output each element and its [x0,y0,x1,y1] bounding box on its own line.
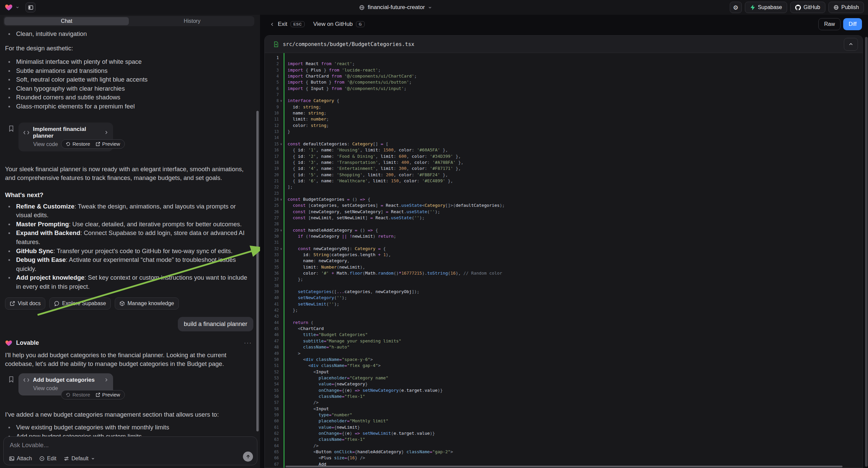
fold-gutter [279,387,283,393]
fold-gutter [279,92,283,98]
restore-icon [66,142,70,146]
mode-selector[interactable]: Default [64,456,95,462]
fold-gutter [279,178,283,184]
scrolled-bullet-list: Clean, intuitive navigation [5,30,253,39]
fold-gutter [279,147,283,153]
explore-supabase-button[interactable]: Explore Supabase [49,297,111,310]
code-line: 64 /> [265,443,863,449]
package-icon [119,301,125,306]
fold-gutter [279,153,283,159]
chat-history-tabs: Chat History [3,16,254,26]
code-line: 59 type="number" [265,412,863,418]
line-number: 31 [265,239,279,245]
chat-input[interactable] [10,441,224,450]
preview-button[interactable]: Preview [96,141,120,147]
fold-gutter [279,313,283,319]
raw-toggle-button[interactable]: Raw [818,18,840,30]
line-number: 17 [265,153,279,159]
code-line: 66 <Plus size={16} /> [265,455,863,461]
code-panel: Exit ESC View on GitHub G Raw Diff src/c… [260,15,868,468]
line-number: 24 [265,196,279,202]
preview-button[interactable]: Preview [96,392,120,398]
code-line: 29∨ const handleAddCategory = () => { [265,227,863,233]
code-line: 22]; [265,184,863,190]
attach-image-icon [9,456,14,461]
lovable-logo-icon[interactable] [5,3,13,11]
fold-gutter [279,122,283,128]
send-button[interactable] [243,451,253,462]
restore-button[interactable]: Restore [66,392,90,398]
file-header[interactable]: src/components/budget/BudgetCategories.t… [265,36,863,53]
list-item: Refine & Customize: Tweak the design, an… [5,202,253,220]
code-line: 55 onChange={(e) => setNewCategory(e.tar… [265,387,863,393]
settings-button[interactable]: ⚙ [730,2,742,13]
fold-chevron-icon[interactable]: ∨ [279,227,283,233]
exit-label: Exit [278,21,287,28]
chat-input-box: Attach Edit Default [3,436,257,465]
list-item: Subtle animations and transitions [5,66,253,76]
chat-scrollbar[interactable] [256,111,259,431]
restore-button[interactable]: Restore [66,141,90,147]
chat-scroll-area: Clean, intuitive navigation For the desi… [0,26,260,436]
code-line: 45 <ChartCard [265,326,863,332]
code-line: 60 placeholder="Monthly limit" [265,418,863,424]
visit-docs-button[interactable]: Visit docs [5,297,45,310]
assistant-name: Lovable [16,340,39,347]
github-icon [795,5,801,10]
line-number: 59 [265,412,279,418]
assistant-reply-1: I'll help you add budget categories to t… [5,351,253,369]
edit-button[interactable]: Edit [39,456,56,462]
project-switcher[interactable]: financial-future-creator [359,0,432,15]
code-line: 21 { id: '6', name: 'Healthcare', limit:… [265,178,863,184]
tab-chat[interactable]: Chat [4,17,129,25]
fold-gutter [279,393,283,400]
code-line: 20 { id: '5', name: 'Shopping', limit: 2… [265,172,863,178]
fold-chevron-icon[interactable]: ∨ [279,246,283,252]
chat-bubble-icon [54,301,59,306]
exit-button[interactable]: Exit ESC [270,21,305,28]
bookmark-icon[interactable] [8,376,14,383]
fold-chevron-icon[interactable]: ∨ [279,141,283,147]
attach-button[interactable]: Attach [9,456,32,462]
assistant-summary-text: Your sleek financial planner is now read… [5,165,253,183]
fold-chevron-icon[interactable]: ∨ [279,196,283,202]
publish-button[interactable]: Publish [829,2,864,13]
manage-knowledge-button[interactable]: Manage knowledge [115,297,179,310]
line-number: 46 [265,332,279,338]
fold-gutter [279,301,283,307]
restore-icon [66,392,70,397]
toggle-sidebar-button[interactable] [26,2,36,12]
code-line: 25 const [categories, setCategories] = R… [265,202,863,208]
whats-next-list: Refine & Customize: Tweak the design, an… [5,202,253,291]
code-horizontal-scrollbar[interactable] [285,466,842,467]
fold-gutter [279,455,283,461]
bookmark-icon[interactable] [8,125,14,132]
line-number: 63 [265,436,279,442]
message-options-icon[interactable]: ··· [244,340,252,347]
mode-label: Default [71,456,89,462]
fold-gutter [279,221,283,227]
fold-chevron-icon[interactable]: ∨ [279,98,283,104]
tab-history[interactable]: History [130,16,254,26]
diff-toggle-button[interactable]: Diff [843,18,862,30]
code-line: 57 /> [265,400,863,406]
code-line: 63 className="flex-1" [265,436,863,442]
collapse-file-button[interactable] [844,38,858,51]
chevron-left-icon [270,22,275,27]
supabase-button[interactable]: Supabase [745,2,787,13]
logo-menu-chevron-icon[interactable] [16,5,20,9]
code-line: 61 value={newLimit} [265,425,863,430]
code-editor[interactable]: 12import React from 'react';3import { Pl… [265,53,863,468]
code-vertical-scrollbar[interactable] [865,37,868,467]
line-number: 15 [265,141,279,147]
view-on-github-button[interactable]: View on GitHub G [313,21,365,28]
line-number: 67 [265,461,279,467]
code-line: 38 [265,283,863,289]
fold-gutter [279,283,283,289]
list-item: Glass-morphic elements for a premium fee… [5,102,253,111]
code-toolbar: Exit ESC View on GitHub G Raw Diff [260,15,868,34]
list-item: Master Prompting: Use clear, detailed, a… [5,220,253,229]
line-number: 36 [265,270,279,276]
list-item: Add new budget categories with custom li… [5,432,253,436]
github-button[interactable]: GitHub [790,2,826,13]
